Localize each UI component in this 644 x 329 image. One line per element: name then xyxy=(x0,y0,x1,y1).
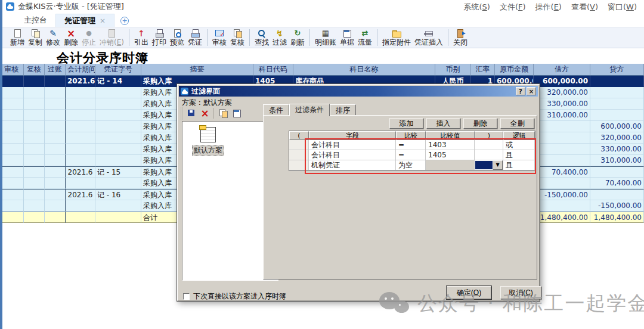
column-header[interactable]: 审核 xyxy=(0,64,24,76)
cell-debit[interactable]: 330,000.00 xyxy=(534,98,590,110)
cell-review[interactable] xyxy=(24,76,45,87)
action-button-删除[interactable]: 删除 xyxy=(463,118,497,129)
toolbar-button-单据[interactable]: 单据 xyxy=(338,27,356,48)
cell-debit[interactable]: -150,000.00 xyxy=(534,189,590,200)
dialog-toolbar-grid-view-icon[interactable] xyxy=(230,107,243,119)
cell-voucher_no[interactable] xyxy=(95,110,141,121)
cell-field[interactable]: 会计科目 xyxy=(309,140,396,150)
cell-post[interactable] xyxy=(45,178,66,189)
cell-audit[interactable] xyxy=(0,87,24,98)
cell-period[interactable]: 2021.6 xyxy=(66,189,95,200)
toolbar-button-新增[interactable]: 新增 xyxy=(8,27,26,48)
menu-item[interactable]: 系统(S) xyxy=(463,2,490,13)
cell-compare[interactable]: 为空 xyxy=(396,160,426,170)
cell-voucher_no[interactable] xyxy=(95,98,141,110)
toolbar-button-审核[interactable]: 审核 xyxy=(210,27,228,48)
cell-voucher_no[interactable] xyxy=(95,144,141,155)
cell-field[interactable]: 机制凭证 xyxy=(309,160,396,170)
menu-item[interactable]: 操作(E) xyxy=(535,2,562,13)
cell-voucher_no[interactable] xyxy=(95,155,141,166)
cell-open-paren[interactable] xyxy=(289,140,309,150)
tab-close-icon[interactable]: × xyxy=(100,17,106,25)
dialog-tab-条件[interactable]: 条件 xyxy=(263,104,289,116)
column-header[interactable]: 过账 xyxy=(45,64,66,76)
cell-credit[interactable]: 1,480,400.00 xyxy=(590,212,644,223)
cell-voucher_no[interactable] xyxy=(95,132,141,144)
toolbar-button-打印[interactable]: 打印 xyxy=(150,27,168,48)
cell-post[interactable] xyxy=(45,212,66,223)
cell-voucher_no[interactable]: 记 - 14 xyxy=(95,76,141,87)
cell-compare[interactable]: = xyxy=(396,140,426,150)
cell-review[interactable] xyxy=(24,189,45,200)
cell-review[interactable] xyxy=(24,166,45,178)
cell-period[interactable] xyxy=(66,155,95,166)
cell-close-paren[interactable] xyxy=(475,150,503,160)
cell-period[interactable] xyxy=(66,121,95,132)
cell-review[interactable] xyxy=(24,110,45,121)
cell-post[interactable] xyxy=(45,200,66,212)
cell-logic[interactable]: 且 xyxy=(503,150,535,160)
cell-credit[interactable]: 600,000.00 xyxy=(590,121,644,132)
cell-voucher_no[interactable] xyxy=(95,121,141,132)
column-header[interactable]: 贷方 xyxy=(590,64,644,76)
cell-review[interactable] xyxy=(24,212,45,223)
dialog-toolbar-save-floppy-icon[interactable] xyxy=(185,107,197,119)
cell-period[interactable] xyxy=(66,110,95,121)
scheme-name[interactable]: 默认方案 xyxy=(193,145,224,156)
cell-review[interactable] xyxy=(24,155,45,166)
cell-debit[interactable]: 1,480,400.00 xyxy=(534,212,590,223)
toolbar-button-修改[interactable]: ✎修改 xyxy=(44,27,62,48)
cell-period[interactable] xyxy=(66,144,95,155)
cell-audit[interactable] xyxy=(0,132,24,144)
cell-review[interactable] xyxy=(24,98,45,110)
cell-debit[interactable]: 600,000.00 xyxy=(534,76,590,87)
scheme-default-checkbox[interactable] xyxy=(183,293,190,300)
toolbar-button-复核[interactable]: 复核 xyxy=(228,27,246,48)
cancel-button[interactable]: 取消(C) xyxy=(500,286,541,299)
toolbar-button-预览[interactable]: 预览 xyxy=(168,27,186,48)
dialog-help-button[interactable]: ? xyxy=(516,87,525,95)
dialog-titlebar[interactable]: 过滤界面 ? × xyxy=(179,86,538,97)
menu-item[interactable]: 查看(V) xyxy=(571,2,598,13)
cell-credit[interactable]: 70,400.00 xyxy=(590,178,644,189)
menu-item[interactable]: 窗口(W) xyxy=(608,2,637,13)
cell-debit[interactable]: 70,400.00 xyxy=(534,166,590,178)
cell-credit[interactable] xyxy=(590,76,644,87)
cell-review[interactable] xyxy=(24,132,45,144)
cell-audit[interactable] xyxy=(0,98,24,110)
action-button-插入[interactable]: 插入 xyxy=(426,118,460,129)
cell-close-paren[interactable]: ▼ xyxy=(475,160,503,170)
cell-period[interactable] xyxy=(66,98,95,110)
column-header[interactable]: 汇率 xyxy=(471,64,495,76)
cell-debit[interactable]: 310,000.00 xyxy=(534,110,590,121)
dropdown-button[interactable]: ▼ xyxy=(493,160,503,170)
cell-credit[interactable] xyxy=(590,166,644,178)
cell-review[interactable] xyxy=(24,121,45,132)
cell-audit[interactable] xyxy=(0,144,24,155)
cell-post[interactable] xyxy=(45,121,66,132)
cell-post[interactable] xyxy=(45,166,66,178)
cell-audit[interactable] xyxy=(0,121,24,132)
cell-voucher_no[interactable] xyxy=(95,212,141,223)
cell-post[interactable] xyxy=(45,144,66,155)
cell-review[interactable] xyxy=(24,87,45,98)
cell-review[interactable] xyxy=(24,178,45,189)
menu-item[interactable]: 文件(F) xyxy=(500,2,526,13)
dialog-tab-排序[interactable]: 排序 xyxy=(330,104,356,116)
cell-post[interactable] xyxy=(45,110,66,121)
cell-credit[interactable]: 320,000.00 xyxy=(590,132,644,144)
cell-credit[interactable] xyxy=(590,110,644,121)
cell-review[interactable] xyxy=(24,200,45,212)
cell-post[interactable] xyxy=(45,87,66,98)
cell-audit[interactable] xyxy=(0,76,24,87)
cell-close-paren[interactable] xyxy=(475,140,503,150)
dialog-toolbar-delete-x-icon[interactable]: × xyxy=(199,107,211,119)
cell-voucher_no[interactable]: 记 - 15 xyxy=(95,166,141,178)
cell-debit[interactable] xyxy=(534,155,590,166)
cell-audit[interactable] xyxy=(0,200,24,212)
cell-audit[interactable] xyxy=(0,155,24,166)
cell-audit[interactable] xyxy=(0,212,24,223)
action-button-全删[interactable]: 全删 xyxy=(500,118,534,129)
toolbar-button-流量[interactable]: ⇄流量 xyxy=(356,27,374,48)
toolbar-button-凭证[interactable]: 凭证 xyxy=(186,27,204,48)
